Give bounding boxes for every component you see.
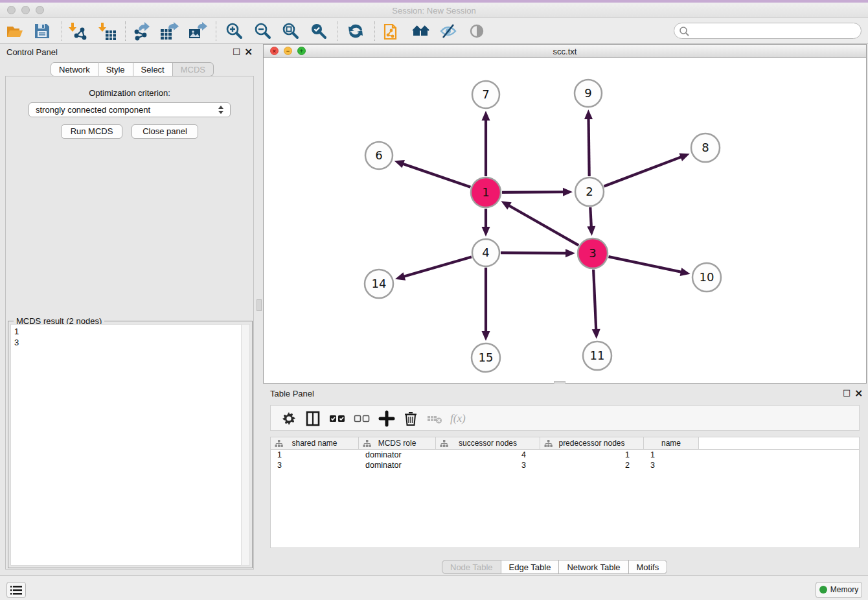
control-panel-title: Control Panel — [6, 47, 58, 57]
criterion-select[interactable]: strongly connected component — [29, 102, 231, 117]
arrowhead-icon — [592, 329, 600, 339]
table-cell[interactable]: 1 — [644, 450, 699, 460]
table-cell[interactable]: 3 — [436, 460, 540, 470]
table-cell[interactable]: 2 — [540, 460, 644, 470]
arrowhead-icon — [482, 111, 490, 121]
edge-1-2[interactable] — [502, 192, 564, 192]
main-toolbar — [0, 17, 868, 44]
graph-node-label: 9 — [584, 86, 591, 100]
edge-2-9[interactable] — [589, 118, 589, 176]
zoom-in-icon[interactable] — [225, 21, 244, 41]
float-table-panel-icon[interactable]: □ — [843, 387, 851, 397]
close-panel-icon[interactable]: × — [244, 45, 253, 58]
vertical-splitter-grip[interactable] — [257, 299, 262, 311]
node-table-header: shared nameMCDS rolesuccessor nodesprede… — [271, 437, 859, 450]
tab-network-table[interactable]: Network Table — [559, 560, 628, 574]
column-header-MCDS-role[interactable]: MCDS role — [359, 437, 436, 449]
show-selected-icon[interactable] — [467, 21, 486, 41]
node-table[interactable]: shared nameMCDS rolesuccessor nodesprede… — [270, 437, 860, 548]
zoom-out-icon[interactable] — [253, 21, 273, 41]
unselect-all-columns-icon[interactable] — [354, 410, 371, 427]
toolbar-separator — [125, 21, 126, 41]
run-mcds-button[interactable]: Run MCDS — [61, 124, 122, 139]
task-history-button[interactable] — [6, 582, 26, 598]
edge-2-8[interactable] — [604, 157, 681, 187]
import-network-icon[interactable] — [68, 21, 87, 41]
close-table-panel-icon[interactable]: × — [854, 387, 863, 399]
column-header-predecessor-nodes[interactable]: predecessor nodes — [540, 437, 644, 449]
save-session-icon[interactable] — [32, 21, 52, 41]
edge-4-14[interactable] — [403, 257, 471, 277]
column-header-label: shared name — [291, 439, 337, 448]
node-table-body: 1dominator4113dominator323 — [271, 450, 859, 470]
export-image-icon[interactable] — [188, 21, 207, 41]
column-header-label: successor nodes — [459, 439, 517, 448]
tab-node-table[interactable]: Node Table — [442, 560, 501, 574]
column-visibility-icon[interactable] — [304, 410, 321, 427]
network-graph-canvas[interactable]: 7968124314101511 — [264, 58, 866, 383]
tab-edge-table[interactable]: Edge Table — [501, 560, 560, 574]
memory-button[interactable]: Memory — [816, 582, 862, 598]
table-cell[interactable]: 1 — [540, 450, 644, 460]
search-input[interactable] — [691, 25, 856, 37]
table-cell[interactable]: 4 — [436, 450, 540, 460]
criterion-value: strongly connected component — [36, 105, 150, 115]
graph-node-label: 6 — [375, 148, 382, 162]
select-all-columns-icon[interactable] — [329, 410, 346, 427]
open-file-icon[interactable] — [5, 21, 25, 41]
close-panel-button[interactable]: Close panel — [131, 124, 198, 139]
toolbar-separator — [62, 21, 62, 41]
table-row[interactable]: 1dominator411 — [271, 450, 859, 460]
table-toolbar: f(x) — [270, 405, 860, 431]
arrowhead-icon — [587, 226, 595, 236]
edge-3-11[interactable] — [593, 270, 596, 330]
tab-select[interactable]: Select — [133, 62, 173, 76]
result-scrollbar[interactable] — [241, 324, 250, 566]
table-cell[interactable]: dominator — [359, 450, 436, 460]
table-cell[interactable]: 3 — [271, 460, 359, 470]
column-header-successor-nodes[interactable]: successor nodes — [436, 437, 540, 449]
table-cell[interactable]: 3 — [644, 460, 699, 470]
memory-label: Memory — [830, 585, 858, 594]
search-icon — [679, 26, 690, 37]
column-header-label: MCDS role — [378, 439, 417, 448]
network-window-titlebar[interactable]: × − + scc.txt — [264, 45, 866, 58]
edge-4-3[interactable] — [501, 253, 567, 253]
column-header-name[interactable]: name — [644, 437, 699, 449]
tab-style[interactable]: Style — [98, 62, 133, 76]
tab-motifs[interactable]: Motifs — [629, 560, 668, 574]
tab-network[interactable]: Network — [51, 62, 98, 76]
arrowhead-icon — [482, 331, 490, 341]
application-window: Session: New Session Control Panel □ × — [0, 0, 868, 600]
mcds-result-text[interactable]: 1 3 — [10, 324, 242, 566]
delete-column-icon[interactable] — [402, 410, 419, 427]
edge-1-6[interactable] — [402, 163, 470, 187]
function-builder-icon: f(x) — [450, 412, 466, 425]
table-row[interactable]: 3dominator323 — [271, 460, 859, 470]
search-box[interactable] — [674, 23, 862, 39]
table-cell[interactable]: 1 — [271, 450, 359, 460]
export-table-icon[interactable] — [159, 21, 179, 41]
show-all-icon[interactable] — [411, 21, 430, 41]
edge-3-1[interactable] — [508, 205, 579, 246]
network-view-window: × − + scc.txt 7968124314101511 — [263, 44, 867, 384]
header-filler — [699, 437, 859, 449]
add-column-icon[interactable] — [378, 410, 395, 427]
zoom-fit-icon[interactable] — [281, 21, 301, 41]
graph-node-label: 15 — [479, 351, 494, 364]
import-table-icon[interactable] — [98, 21, 117, 41]
table-settings-icon[interactable] — [280, 410, 297, 427]
table-cell[interactable]: dominator — [359, 460, 436, 470]
first-neighbors-icon[interactable] — [346, 21, 365, 41]
memory-status-icon — [819, 586, 827, 594]
float-panel-icon[interactable]: □ — [233, 46, 240, 56]
new-network-icon[interactable] — [382, 21, 402, 41]
tab-mcds[interactable]: MCDS — [173, 62, 214, 76]
column-header-shared-name[interactable]: shared name — [271, 437, 359, 449]
hide-selected-icon[interactable] — [439, 21, 458, 41]
zoom-selected-icon[interactable] — [309, 21, 328, 41]
edge-3-10[interactable] — [608, 257, 681, 272]
export-network-icon[interactable] — [131, 21, 151, 41]
graph-node-label: 4 — [482, 246, 489, 259]
edge-2-3[interactable] — [590, 207, 591, 227]
